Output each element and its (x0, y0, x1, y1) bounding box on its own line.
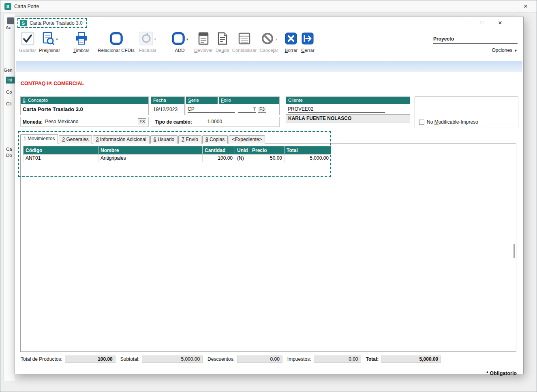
dialog-carta-porte-traslado: S Carta Porte Traslado 3.0 — □ ✕ Guardar (15, 17, 524, 374)
concepto-value[interactable]: Carta Porte Traslado 3.0 (21, 104, 148, 112)
add-module-icon (171, 32, 185, 47)
moneda-f3-button[interactable]: F3 (138, 118, 146, 125)
cell-nombre[interactable]: Antigripales (98, 154, 203, 162)
total-productos-value: 100.00 (65, 356, 116, 363)
movements-table: Código Nombre Cantidad Unid Precio Total… (23, 146, 331, 162)
cell-cantidad[interactable]: 100.00 (203, 154, 235, 162)
column-header-precio[interactable]: Precio (250, 146, 285, 154)
close-button[interactable]: ✕ (496, 20, 504, 26)
cliente-code-input[interactable]: PROVEE02 (288, 106, 385, 113)
outer-window-body: Ac Gen Int Co Cli Ca Do S Carta Porte Tr… (0, 13, 537, 392)
impuestos-value: 0.00 (314, 356, 361, 363)
toolbar-button-cerrar[interactable]: Cerrar (301, 32, 314, 53)
toolbar-button-borrar[interactable]: Borrar (284, 32, 298, 53)
tab-generales[interactable]: 2 Generales (59, 135, 92, 144)
tab-usuario[interactable]: 6 Usuario (150, 135, 178, 144)
toolbar-button-devolver[interactable]: Devolver (194, 32, 212, 53)
totals-bar: Total de Productos: 100.00 Subtotal: 5,0… (21, 356, 518, 363)
chevron-down-icon[interactable]: ▾ (154, 37, 156, 41)
devolver-document-icon (197, 32, 210, 47)
toolbar-button-deuda[interactable]: Deuda (216, 32, 229, 53)
tab-movimientos[interactable]: 1 Movimientos (20, 134, 58, 144)
proyecto-field[interactable]: Proyecto (433, 35, 518, 44)
toolbar-button-add[interactable]: ▾ ADD (171, 32, 188, 53)
fecha-label: Fecha (151, 97, 184, 104)
cliente-label: Cliente (286, 97, 410, 104)
dialog-title: Carta Porte Traslado 3.0 (30, 20, 83, 26)
toolbar-button-label: Contabilizar (232, 48, 257, 53)
background-toolbar-icon-fragment (7, 17, 14, 24)
window-carta-porte: S Carta Porte ✕ Ac Gen Int Co Cli Ca Do … (0, 0, 537, 392)
annotation-title-box: S Carta Porte Traslado 3.0 (17, 18, 87, 28)
toolbar-button-relacionar-cfdis[interactable]: Relacionar CFDIs (98, 32, 135, 53)
background-fragment: Do (6, 153, 12, 158)
chevron-down-icon: ▼ (514, 49, 518, 53)
toolbar-button-label: Timbrar (73, 48, 89, 53)
stamp-printer-icon (75, 32, 88, 47)
outer-close-button[interactable]: ✕ (519, 3, 533, 9)
table-row[interactable]: ANT01 Antigripales 100.00 (N) 50.00 5,00… (24, 154, 331, 162)
dialog-app-icon: S (20, 20, 27, 26)
toolbar-button-label: Devolver (194, 48, 212, 53)
toolbar-button-timbrar[interactable]: Timbrar (73, 32, 89, 53)
chevron-down-icon[interactable]: ▾ (276, 37, 278, 41)
concepto-label: 0. Concepto (21, 97, 148, 104)
form-header-strip (16, 61, 522, 72)
folio-f3-button[interactable]: F3 (258, 106, 266, 113)
tab-copias[interactable]: 9 Copias (202, 135, 228, 144)
concepto-group: 0. Concepto Carta Porte Traslado 3.0 (20, 96, 149, 115)
column-header-nombre[interactable]: Nombre (98, 146, 203, 154)
serie-folio-group: Serie Folio CP 7 F3 (186, 96, 280, 115)
moneda-input[interactable]: Peso Mexicano (45, 119, 133, 125)
column-header-total[interactable]: Total (285, 146, 331, 154)
tab-expediente[interactable]: <Expediente> (229, 135, 265, 144)
moneda-group: Moneda: Peso Mexicano F3 (20, 117, 149, 127)
subtotal-label: Subtotal: (120, 356, 139, 362)
column-header-cantidad[interactable]: Cantidad (203, 146, 235, 154)
cell-unidad[interactable]: (N) (235, 154, 250, 162)
cancelar-prohibition-icon (261, 32, 274, 47)
toolbar-button-preliminar[interactable]: ▾ Preliminar (39, 32, 60, 53)
fecha-input[interactable]: 19/12/2023 (153, 107, 183, 113)
toolbar-button-label: Borrar (285, 48, 297, 53)
outer-window-title: Carta Porte (14, 4, 39, 9)
tab-envio[interactable]: 7 Envío (178, 135, 201, 144)
serie-input[interactable]: CP (188, 106, 235, 113)
tipo-cambio-group: Tipo de cambio: 1.0000 (151, 117, 280, 127)
brand-title: CONTPAQ i® COMERCIAL (21, 81, 84, 86)
toolbar-right-panel: Proyecto Opciones▼ (433, 32, 518, 53)
toolbar-button-contabilizar[interactable]: Contabilizar (232, 32, 257, 53)
toolbar-button-cancelar[interactable]: ▾ Cancelar (259, 32, 278, 53)
scrollbar-thumb[interactable] (513, 244, 515, 258)
minimize-button[interactable]: — (460, 20, 467, 26)
tipo-cambio-label: Tipo de cambio: (155, 119, 192, 125)
tab-informacion-adicional[interactable]: 3 Información Adicional (93, 135, 150, 144)
no-modificable-row[interactable]: No Modificable-Impreso (419, 119, 478, 125)
dialog-titlebar: S Carta Porte Traslado 3.0 — □ ✕ (15, 17, 523, 28)
toolbar: Guardar ▾ Preliminar Timbrar Relacionar … (15, 28, 523, 62)
toolbar-button-label: Cancelar (259, 48, 278, 53)
toolbar-button-facturar[interactable]: ▾ Facturar (139, 32, 156, 53)
opciones-dropdown[interactable]: Opciones▼ (433, 47, 518, 53)
cell-total[interactable]: 5,000.00 (285, 154, 331, 162)
chevron-down-icon[interactable]: ▾ (186, 37, 188, 41)
total-productos-label: Total de Productos: (21, 356, 62, 362)
chevron-down-icon[interactable]: ▾ (56, 37, 58, 41)
preview-document-icon (41, 32, 55, 47)
cell-codigo[interactable]: ANT01 (24, 154, 98, 162)
deuda-document-icon (216, 32, 229, 47)
toolbar-button-label: Facturar (139, 48, 156, 53)
maximize-button[interactable]: □ (478, 20, 486, 26)
descuentos-value: 0.00 (237, 356, 282, 363)
cell-precio[interactable]: 50.00 (250, 154, 285, 162)
background-fragment: Ac (6, 25, 11, 30)
column-header-codigo[interactable]: Código (24, 146, 98, 154)
column-header-unidad[interactable]: Unid (235, 146, 250, 154)
total-label: Total: (366, 356, 379, 362)
no-modificable-checkbox[interactable] (419, 120, 424, 125)
folio-input[interactable]: 7 (238, 106, 256, 113)
facturar-icon (139, 32, 153, 47)
serie-label: Serie (186, 97, 218, 104)
tipo-cambio-input[interactable]: 1.0000 (197, 119, 233, 125)
toolbar-button-guardar[interactable]: Guardar (19, 32, 36, 53)
